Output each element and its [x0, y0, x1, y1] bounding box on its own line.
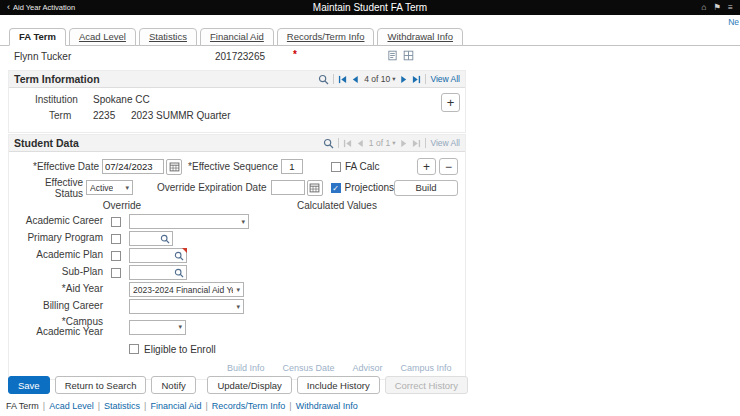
include-history-button[interactable]: Include History — [297, 376, 380, 394]
flag-icon[interactable]: ⚑ — [713, 3, 721, 12]
field-row-billing-career: Billing Career — [15, 299, 459, 314]
effective-date-input[interactable] — [102, 159, 164, 174]
projections-checkbox[interactable] — [331, 183, 341, 193]
lookup-icon[interactable] — [174, 251, 184, 261]
footer-link-acad-level[interactable]: Acad Level — [49, 401, 94, 411]
previous-row-icon[interactable] — [351, 75, 360, 84]
billing-career-label: Billing Career — [15, 301, 103, 312]
topbar-icons: ⌂ ⚑ ≡ — [701, 3, 733, 12]
academic-plan-input[interactable] — [130, 250, 172, 262]
primary-program-lookup — [129, 231, 173, 246]
next-row-icon[interactable] — [399, 75, 408, 84]
return-to-search-button[interactable]: Return to Search — [55, 376, 147, 394]
academic-career-override-checkbox[interactable] — [111, 217, 121, 227]
student-name: Flynn Tucker — [14, 51, 71, 62]
effective-sequence-input[interactable] — [281, 159, 303, 174]
tab-fa-term[interactable]: FA Term — [9, 28, 66, 46]
footer-link-records-term-info[interactable]: Records/Term Info — [212, 401, 286, 411]
field-row-academic-plan: Academic Plan — [15, 248, 459, 263]
last-row-icon[interactable] — [412, 75, 421, 84]
separator: | — [205, 401, 207, 411]
first-row-icon[interactable] — [338, 75, 347, 84]
academic-plan-override-checkbox[interactable] — [111, 251, 121, 261]
lookup-icon[interactable] — [174, 268, 184, 278]
view-all-link[interactable]: View All — [430, 74, 460, 84]
academic-career-select[interactable] — [129, 214, 249, 229]
row-position-select[interactable]: 4 of 10▾ — [364, 74, 395, 84]
field-row-academic-career: Academic Career — [15, 214, 459, 229]
separator: | — [289, 401, 291, 411]
back-label: Aid Year Activation — [13, 3, 75, 12]
campus-info-link[interactable]: Campus Info — [401, 363, 452, 373]
find-icon[interactable] — [323, 138, 334, 149]
effective-status-label: Effective Status — [15, 177, 83, 199]
student-header-row: Flynn Tucker 201723265 * — [0, 47, 740, 65]
tab-acad-level[interactable]: Acad Level — [69, 28, 136, 46]
notify-button[interactable]: Notify — [151, 376, 195, 394]
census-date-link[interactable]: Census Date — [283, 363, 335, 373]
separator — [425, 74, 426, 84]
add-row-button[interactable]: + — [441, 93, 460, 112]
student-data-section: Student Data 1 of 1▾ View All *Effective… — [8, 134, 466, 380]
chevron-down-icon: ▾ — [392, 75, 395, 83]
tab-records-term-info[interactable]: Records/Term Info — [277, 28, 375, 46]
footer-link-financial-aid[interactable]: Financial Aid — [150, 401, 201, 411]
required-marker: * — [293, 49, 297, 60]
chevron-down-icon: ▾ — [392, 139, 395, 147]
override-cell — [103, 268, 129, 278]
update-display-button[interactable]: Update/Display — [207, 376, 291, 394]
sub-plan-override-checkbox[interactable] — [111, 268, 121, 278]
student-data-controls: 1 of 1▾ View All — [323, 138, 460, 149]
page-title: Maintain Student FA Term — [313, 2, 427, 13]
institution-label: Institution — [35, 94, 78, 105]
aid-year-label: *Aid Year — [15, 284, 103, 295]
primary-program-override-checkbox[interactable] — [111, 234, 121, 244]
aid-year-select[interactable]: 2023-2024 Financial Aid Year — [129, 282, 244, 297]
override-column-header: Override — [97, 200, 147, 211]
footer-link-statistics[interactable]: Statistics — [104, 401, 140, 411]
term-information-section: Term Information 4 of 10▾ View All Insti… — [8, 70, 466, 133]
new-window-link[interactable]: Ne — [728, 17, 739, 27]
student-data-header: Student Data 1 of 1▾ View All — [9, 135, 465, 152]
term-information-header: Term Information 4 of 10▾ View All — [9, 71, 465, 88]
lookup-icon[interactable] — [160, 234, 170, 244]
calendar-icon[interactable] — [307, 180, 323, 196]
advisor-link[interactable]: Advisor — [353, 363, 383, 373]
calendar-icon[interactable] — [166, 159, 182, 175]
first-row-icon — [343, 139, 352, 148]
add-row-button[interactable]: + — [417, 158, 436, 175]
eligible-to-enroll-row: Eligible to Enroll — [129, 342, 459, 356]
back-chevron-icon: ‹ — [7, 3, 10, 12]
override-cell — [103, 251, 129, 261]
spreadsheet-icon[interactable] — [403, 50, 414, 61]
eligible-to-enroll-checkbox[interactable] — [129, 344, 139, 354]
tab-financial-aid[interactable]: Financial Aid — [200, 28, 274, 46]
tab-withdrawal-info[interactable]: Withdrawal Info — [377, 28, 462, 46]
home-icon[interactable]: ⌂ — [701, 3, 706, 12]
primary-program-input[interactable] — [130, 233, 158, 245]
footer-link-withdrawal-info[interactable]: Withdrawal Info — [296, 401, 358, 411]
effective-status-row: Effective Status Active Override Expirat… — [15, 179, 459, 196]
save-button[interactable]: Save — [8, 376, 50, 394]
detail-links-row: Build Info Census Date Advisor Campus In… — [227, 363, 459, 373]
previous-row-icon — [356, 139, 365, 148]
term-information-controls: 4 of 10▾ View All — [318, 74, 460, 85]
tab-statistics[interactable]: Statistics — [139, 28, 197, 46]
effective-status-select[interactable]: Active — [86, 180, 133, 195]
build-info-link[interactable]: Build Info — [227, 363, 265, 373]
billing-career-select[interactable] — [129, 299, 244, 314]
override-expiration-input[interactable] — [271, 180, 305, 195]
back-link[interactable]: ‹ Aid Year Activation — [7, 3, 75, 12]
campus-academic-year-select[interactable] — [129, 320, 186, 335]
sub-plan-input[interactable] — [130, 267, 172, 279]
find-icon[interactable] — [318, 74, 329, 85]
footer-links: FA Term | Acad Level | Statistics | Fina… — [6, 401, 358, 411]
build-button[interactable]: Build — [394, 180, 458, 196]
notes-icon[interactable] — [387, 50, 398, 61]
view-all-link[interactable]: View All — [430, 138, 460, 148]
row-add-remove-group: + − — [417, 158, 458, 175]
delete-row-button[interactable]: − — [439, 158, 458, 175]
navbar-menu-icon[interactable]: ≡ — [728, 3, 733, 12]
projections-label: Projections — [345, 182, 394, 193]
fa-calc-checkbox[interactable] — [331, 162, 341, 172]
